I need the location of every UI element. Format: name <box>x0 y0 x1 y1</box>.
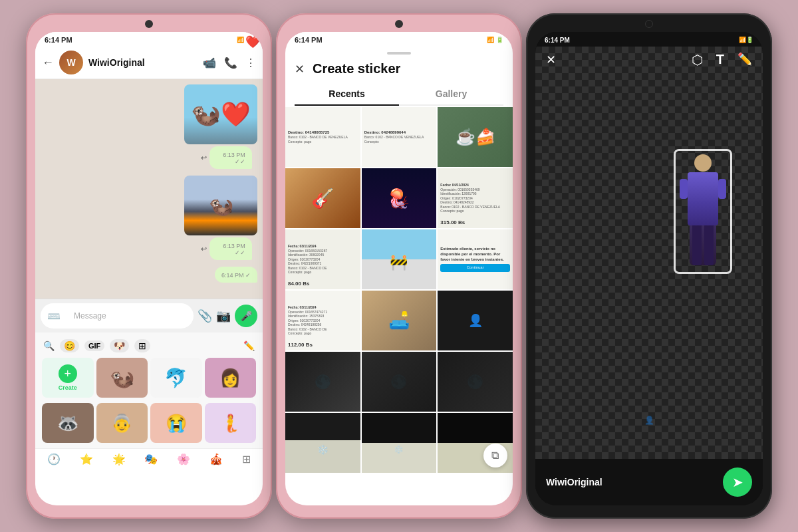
price-label-3: 112.00 Bs <box>288 342 313 348</box>
editor-text-icon[interactable]: T <box>716 52 724 68</box>
gallery-item-13[interactable]: 🌑 <box>285 352 360 412</box>
gallery-item-1[interactable]: Destino: 04148085725 Banco: 0102 - BANCO… <box>285 107 360 167</box>
gallery-grid: Destino: 04148085725 Banco: 0102 - BANCO… <box>285 107 513 473</box>
sticker-grid-row2: 🦝 👵 😭 🧜 <box>39 402 259 444</box>
status-bar-3: 6:14 PM 📶🔋 <box>535 32 763 47</box>
voice-call-icon[interactable]: 📞 <box>224 57 237 69</box>
phone-3-screen: 6:14 PM 📶🔋 ✕ ⬡ T ✏️ <box>535 32 763 505</box>
gallery-item-4[interactable]: 🎸 <box>285 168 360 228</box>
tab-row: Recents Gallery <box>295 83 503 106</box>
gallery-item-3[interactable]: ☕🍰 <box>438 107 513 167</box>
small-figure: 👤 <box>644 414 654 426</box>
send-button[interactable]: ➤ <box>723 467 752 497</box>
editor-top-bar: ✕ ⬡ T ✏️ <box>535 47 763 73</box>
emoji-tabs: 😊 GIF 🐶 ⊞ <box>60 339 150 352</box>
sticker-search-row: 🔍 😊 GIF 🐶 ⊞ ✏️ <box>39 336 259 356</box>
emoji-tab-smiley[interactable]: 😊 <box>60 339 79 352</box>
editor-close-icon[interactable]: ✕ <box>546 53 556 67</box>
sticker-item-3[interactable]: 👩 <box>205 358 257 398</box>
editor-right-icons: ⬡ T ✏️ <box>692 52 752 68</box>
camera-icon[interactable]: 📷 <box>216 309 231 323</box>
chat-messages: 🦦❤️ ↩ 6:13 PM ✓✓ 🦦 ↩ 6:13 PM ✓✓ <box>35 79 263 299</box>
sticker-item-2[interactable]: 🐬 <box>150 358 202 398</box>
party-icon[interactable]: 🎪 <box>209 453 223 466</box>
status-bar-1: 6:14 PM 📶 🔋 <box>35 32 263 47</box>
gallery-item-10[interactable]: Fecha: 03/11/2024 Operación: 00165747427… <box>285 291 360 350</box>
attach-icon[interactable]: 📎 <box>198 309 212 323</box>
phone-3: 6:14 PM 📶🔋 ✕ ⬡ T ✏️ <box>526 13 772 519</box>
message-timestamp-1: 6:13 PM ✓✓ <box>209 146 252 169</box>
message-input[interactable]: Message <box>66 307 187 325</box>
create-sticker-title: Create sticker <box>313 61 400 76</box>
editor-contact-name: WiwiOriginal <box>546 477 602 487</box>
mask-icon[interactable]: 🎭 <box>144 453 158 466</box>
message-image-1: 🦦❤️ <box>184 84 257 144</box>
tab-recents[interactable]: Recents <box>295 83 399 106</box>
editor-pen-icon[interactable]: ✏️ <box>737 52 752 68</box>
phone-1-screen: 6:14 PM 📶 🔋 ← W WiwiOriginal 📹 📞 ⋮ 🦦❤️ <box>35 32 263 505</box>
star-icon[interactable]: ⭐ <box>80 453 93 466</box>
status-time-3: 6:14 PM <box>545 37 570 44</box>
status-icons-2: 📶 🔋 <box>487 37 503 43</box>
camera-cutout <box>145 20 153 28</box>
gallery-item-6[interactable]: Fecha: 04/11/2024 Operación: 00165035346… <box>438 168 513 228</box>
sticker-item-6[interactable]: 😭 <box>150 403 202 443</box>
copy-button[interactable]: ⧉ <box>483 444 507 467</box>
price-label-1: 315.00 Bs <box>440 219 465 225</box>
contact-avatar: W <box>59 51 83 74</box>
sticker-icon[interactable]: 🌟 <box>112 453 126 466</box>
editor-bottom-bar: WiwiOriginal ➤ <box>535 459 763 505</box>
video-call-icon[interactable]: 📹 <box>203 57 216 69</box>
gallery-item-14[interactable]: 🌑 <box>362 352 437 412</box>
gallery-item-18[interactable]: ⧉ <box>438 413 513 473</box>
keyboard-icon[interactable]: ⌨️ <box>47 310 61 323</box>
chat-input-area: ⌨️ Message 📎 📷 🎤 <box>35 299 263 332</box>
sticker-item-4[interactable]: 🦝 <box>42 403 94 443</box>
message-timestamp-2: 6:13 PM ✓✓ <box>209 237 252 260</box>
pen-icon[interactable]: ✏️ <box>243 340 255 351</box>
gallery-item-17[interactable]: ❄️ <box>362 413 437 473</box>
contact-name[interactable]: WiwiOriginal <box>88 57 198 68</box>
gallery-item-5[interactable]: 🪼 <box>362 168 437 228</box>
sticker-item-1[interactable]: 🦦❤️ <box>96 358 148 398</box>
emoji-tab-gif[interactable]: GIF <box>84 340 104 351</box>
back-button[interactable]: ← <box>42 56 54 70</box>
create-sticker-button[interactable]: + Create <box>42 358 94 398</box>
phone-2: 6:14 PM 📶 🔋 ✕ Create sticker Recents Gal… <box>276 13 522 519</box>
emoji-tab-dog[interactable]: 🐶 <box>110 339 129 352</box>
gallery-item-11[interactable]: 🛋️ <box>362 291 437 350</box>
sticker-panel: 🔍 😊 GIF 🐶 ⊞ ✏️ + Create 🦦❤️ <box>35 332 263 448</box>
close-button[interactable]: ✕ <box>295 62 305 76</box>
tab-gallery[interactable]: Gallery <box>399 83 503 106</box>
gallery-item-7[interactable]: Fecha: 03/11/2024 Operación: 00165015328… <box>285 229 360 289</box>
status-bar-2: 6:14 PM 📶 🔋 <box>285 32 513 47</box>
header-action-icons: 📹 📞 ⋮ <box>203 57 256 69</box>
gallery-item-16[interactable]: ❄️ <box>285 413 360 473</box>
camera-cutout-3 <box>645 20 653 28</box>
create-circle-icon: + <box>59 364 77 383</box>
flower-icon[interactable]: 🌸 <box>177 453 190 466</box>
phone-2-screen: 6:14 PM 📶 🔋 ✕ Create sticker Recents Gal… <box>285 32 513 505</box>
sticker-item-7[interactable]: 🧜 <box>205 403 257 443</box>
gallery-item-9[interactable]: Estimado cliente, servicio no disponible… <box>438 229 513 289</box>
gallery-item-12[interactable]: 👤 <box>438 291 513 350</box>
status-time-2: 6:14 PM <box>295 36 323 44</box>
create-sticker-header: ✕ Create sticker <box>285 55 513 83</box>
gallery-item-2[interactable]: Destino: 04248899644 Banco: 0102 - BANCO… <box>362 107 437 167</box>
phone-1: 6:14 PM 📶 🔋 ← W WiwiOriginal 📹 📞 ⋮ 🦦❤️ <box>26 13 272 519</box>
character-sticker <box>676 152 730 271</box>
status-time-1: 6:14 PM <box>45 36 72 44</box>
sticker-item-5[interactable]: 👵 <box>96 403 148 443</box>
editor-screen: 6:14 PM 📶🔋 ✕ ⬡ T ✏️ <box>535 32 763 505</box>
message-timestamp-3: 6:14 PM ✓ <box>215 267 257 283</box>
gallery-item-8[interactable]: 🚧 <box>362 229 437 289</box>
clock-icon[interactable]: 🕐 <box>47 453 61 466</box>
editor-mask-icon[interactable]: ⬡ <box>692 52 703 68</box>
price-label-2: 84.00 Bs <box>288 281 309 287</box>
gallery-item-15[interactable]: 🌑 <box>438 352 513 412</box>
emoji-tab-grid[interactable]: ⊞ <box>134 339 150 352</box>
sticker-search-icon[interactable]: 🔍 <box>43 340 55 351</box>
mic-button[interactable]: 🎤 <box>235 305 257 327</box>
menu-icon[interactable]: ⋮ <box>245 57 256 69</box>
add-sticker-icon[interactable]: ⊞ <box>242 453 251 466</box>
